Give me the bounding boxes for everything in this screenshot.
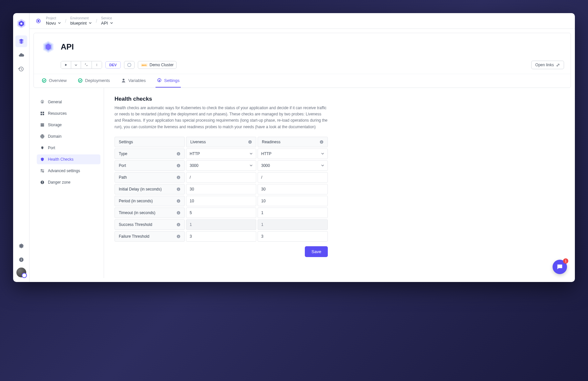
- crumb-env-label: Environment: [70, 16, 92, 20]
- liveness-input-6[interactable]: [186, 219, 256, 230]
- svg-rect-22: [41, 124, 44, 125]
- tab-deployments[interactable]: Deployments: [76, 74, 111, 88]
- row-label: Failure Thresholdi: [115, 231, 185, 242]
- liveness-input-7[interactable]: [186, 231, 256, 242]
- svg-point-10: [96, 64, 97, 65]
- liveness-input-3[interactable]: [186, 184, 256, 194]
- save-button[interactable]: Save: [305, 246, 328, 257]
- svg-rect-19: [43, 112, 44, 113]
- svg-rect-18: [41, 112, 42, 113]
- svg-text:i: i: [250, 141, 250, 144]
- svg-rect-23: [41, 125, 44, 127]
- svg-point-13: [127, 63, 131, 67]
- svg-text:i: i: [178, 176, 179, 179]
- app-logo[interactable]: [16, 18, 27, 29]
- breadcrumb: Project Novu / Environment blueprint / S…: [30, 13, 575, 29]
- sidebar-item-danger[interactable]: Danger zone: [37, 177, 100, 187]
- info-icon[interactable]: i: [177, 164, 180, 168]
- status-chip[interactable]: [124, 61, 135, 69]
- run-button-group: [61, 61, 102, 69]
- svg-text:i: i: [178, 200, 179, 203]
- info-icon[interactable]: i: [177, 211, 180, 215]
- info-icon[interactable]: i: [320, 140, 324, 144]
- row-label: Initial Delay (in seconds)i: [115, 184, 185, 194]
- service-icon: [40, 39, 56, 55]
- svg-rect-28: [42, 181, 43, 183]
- chevron-down-icon: [321, 164, 324, 167]
- row-label: Pathi: [115, 172, 185, 183]
- col-header-liveness: Livenessi: [186, 137, 256, 147]
- svg-point-12: [96, 66, 97, 66]
- info-icon[interactable]: i: [248, 140, 252, 144]
- svg-text:i: i: [178, 188, 179, 191]
- nav-settings-icon[interactable]: [15, 240, 27, 252]
- info-icon[interactable]: i: [177, 187, 180, 191]
- col-header-settings: Settings: [115, 137, 185, 147]
- svg-point-2: [20, 23, 22, 25]
- liveness-input-4[interactable]: [186, 196, 256, 206]
- sidebar-item-resources[interactable]: Resources: [37, 109, 100, 118]
- svg-text:i: i: [178, 211, 179, 214]
- tab-overview[interactable]: Overview: [40, 74, 68, 88]
- sidebar-item-domain[interactable]: Domain: [37, 131, 100, 141]
- svg-point-17: [42, 101, 43, 103]
- liveness-input-5[interactable]: [186, 208, 256, 218]
- row-label: Typei: [115, 149, 185, 159]
- chevron-down-icon: [321, 152, 324, 155]
- sidebar-item-health-checks[interactable]: Health Checks: [37, 154, 100, 164]
- svg-text:i: i: [178, 235, 179, 238]
- svg-point-11: [96, 65, 97, 65]
- page-title: API: [61, 42, 74, 51]
- more-button[interactable]: [92, 61, 102, 69]
- readiness-input-3[interactable]: [258, 184, 328, 194]
- readiness-input-4[interactable]: [258, 196, 328, 206]
- crumb-service-value[interactable]: API: [101, 21, 113, 26]
- svg-point-25: [41, 170, 42, 171]
- sidebar-item-advanced[interactable]: Advanced settings: [37, 166, 100, 176]
- cluster-chip[interactable]: Demo Cluster: [138, 61, 177, 69]
- info-icon[interactable]: i: [177, 175, 180, 179]
- env-pill[interactable]: DEV: [105, 61, 121, 69]
- col-header-readiness: Readinessi: [258, 137, 328, 147]
- nav-history-icon[interactable]: [15, 63, 27, 75]
- readiness-input-0[interactable]: [258, 149, 328, 159]
- crumb-service-label: Service: [101, 16, 113, 20]
- info-icon[interactable]: i: [177, 234, 180, 238]
- readiness-input-5[interactable]: [258, 208, 328, 218]
- row-label: Period (in seconds)i: [115, 196, 185, 206]
- readiness-input-2[interactable]: [258, 172, 328, 183]
- liveness-input-0[interactable]: [186, 149, 256, 159]
- svg-text:i: i: [178, 223, 179, 226]
- readiness-input-7[interactable]: [258, 231, 328, 242]
- play-dropdown-button[interactable]: [71, 61, 81, 69]
- nav-info-icon[interactable]: i: [15, 254, 27, 266]
- tab-settings[interactable]: Settings: [156, 74, 181, 88]
- chevron-down-icon: [249, 152, 253, 155]
- redeploy-button[interactable]: [81, 61, 92, 69]
- play-button[interactable]: [61, 61, 71, 69]
- nav-stacks-icon[interactable]: [15, 35, 27, 47]
- sidebar-item-storage[interactable]: Storage: [37, 120, 100, 130]
- status-icon: [127, 63, 132, 67]
- svg-rect-29: [42, 183, 43, 184]
- nav-cloud-icon[interactable]: [15, 49, 27, 61]
- readiness-input-1[interactable]: [258, 160, 328, 171]
- liveness-input-2[interactable]: [186, 172, 256, 183]
- info-icon[interactable]: i: [177, 199, 180, 203]
- sidebar-item-port[interactable]: Port: [37, 143, 100, 153]
- svg-text:i: i: [21, 258, 22, 261]
- svg-text:i: i: [178, 164, 179, 167]
- org-icon[interactable]: [35, 17, 42, 25]
- sidebar-item-general[interactable]: General: [37, 97, 100, 107]
- readiness-input-6[interactable]: [258, 219, 328, 230]
- tab-variables[interactable]: Variables: [120, 74, 147, 88]
- user-avatar[interactable]: [16, 268, 26, 277]
- liveness-input-1[interactable]: [186, 160, 256, 171]
- open-links-button[interactable]: Open links: [531, 61, 564, 69]
- intercom-launcher[interactable]: [553, 260, 567, 274]
- crumb-project-value[interactable]: Novu: [46, 21, 61, 26]
- info-icon[interactable]: i: [177, 152, 180, 156]
- crumb-env-value[interactable]: blueprint: [70, 21, 92, 26]
- info-icon[interactable]: i: [177, 223, 180, 227]
- row-label: Timeout (in seconds)i: [115, 208, 185, 218]
